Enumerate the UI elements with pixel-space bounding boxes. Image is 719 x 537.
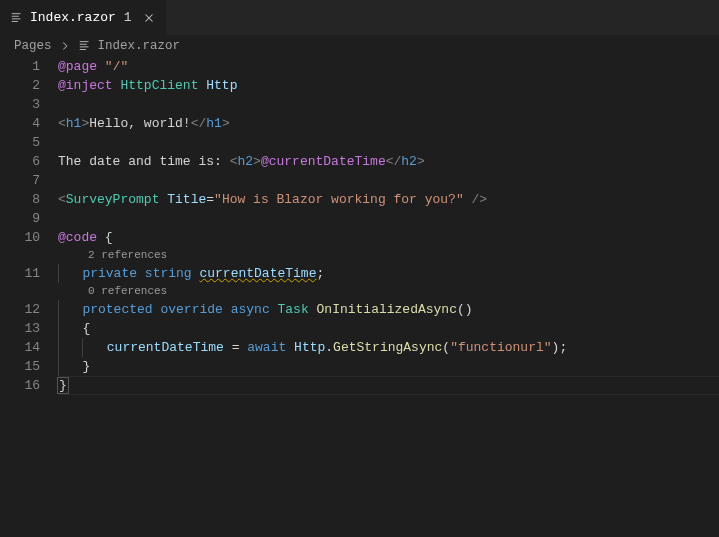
line-number: 13 [0, 319, 40, 338]
code-line[interactable] [58, 133, 719, 152]
code-line[interactable]: protected override async Task OnInitiali… [58, 300, 719, 319]
line-number: 7 [0, 171, 40, 190]
line-number: 3 [0, 95, 40, 114]
breadcrumb[interactable]: Pages Index.razor [0, 35, 719, 57]
tab-dirty-indicator: 1 [124, 10, 132, 25]
line-number: 11 [0, 264, 40, 283]
line-number [0, 247, 40, 264]
code-line[interactable]: <h1>Hello, world!</h1> [58, 114, 719, 133]
line-number: 12 [0, 300, 40, 319]
editor[interactable]: 1 2 3 4 5 6 7 8 9 10 11 12 13 14 15 16 @… [0, 57, 719, 537]
code-line[interactable]: private string currentDateTime; [58, 264, 719, 283]
code-line[interactable]: @inject HttpClient Http [58, 76, 719, 95]
file-lines-icon [10, 10, 24, 25]
line-number: 4 [0, 114, 40, 133]
breadcrumb-file[interactable]: Index.razor [98, 39, 181, 53]
line-number: 15 [0, 357, 40, 376]
breadcrumb-folder[interactable]: Pages [14, 39, 52, 53]
code-line[interactable]: } [58, 357, 719, 376]
line-number: 8 [0, 190, 40, 209]
line-number: 16 [0, 376, 40, 395]
code-line[interactable]: The date and time is: <h2>@currentDateTi… [58, 152, 719, 171]
line-number: 14 [0, 338, 40, 357]
line-number: 6 [0, 152, 40, 171]
line-number: 9 [0, 209, 40, 228]
line-number [0, 283, 40, 300]
tab-index-razor[interactable]: Index.razor 1 [0, 0, 167, 35]
code-line[interactable] [58, 209, 719, 228]
close-icon[interactable] [142, 10, 156, 26]
line-number: 2 [0, 76, 40, 95]
codelens-references[interactable]: 0 references [58, 283, 719, 300]
code-line[interactable] [58, 95, 719, 114]
codelens-references[interactable]: 2 references [58, 247, 719, 264]
code-line[interactable]: <SurveyPrompt Title="How is Blazor worki… [58, 190, 719, 209]
code-area[interactable]: @page "/" @inject HttpClient Http <h1>He… [58, 57, 719, 537]
line-number: 5 [0, 133, 40, 152]
code-line[interactable]: { [58, 319, 719, 338]
chevron-right-icon [58, 39, 72, 53]
code-line-current[interactable]: } [58, 376, 719, 395]
file-lines-icon [78, 39, 92, 53]
gutter: 1 2 3 4 5 6 7 8 9 10 11 12 13 14 15 16 [0, 57, 58, 537]
code-line[interactable]: @page "/" [58, 57, 719, 76]
line-number: 10 [0, 228, 40, 247]
tab-bar: Index.razor 1 [0, 0, 719, 35]
line-number: 1 [0, 57, 40, 76]
code-line[interactable]: currentDateTime = await Http.GetStringAs… [58, 338, 719, 357]
tab-filename: Index.razor [30, 10, 116, 25]
code-line[interactable] [58, 171, 719, 190]
code-line[interactable]: @code { [58, 228, 719, 247]
